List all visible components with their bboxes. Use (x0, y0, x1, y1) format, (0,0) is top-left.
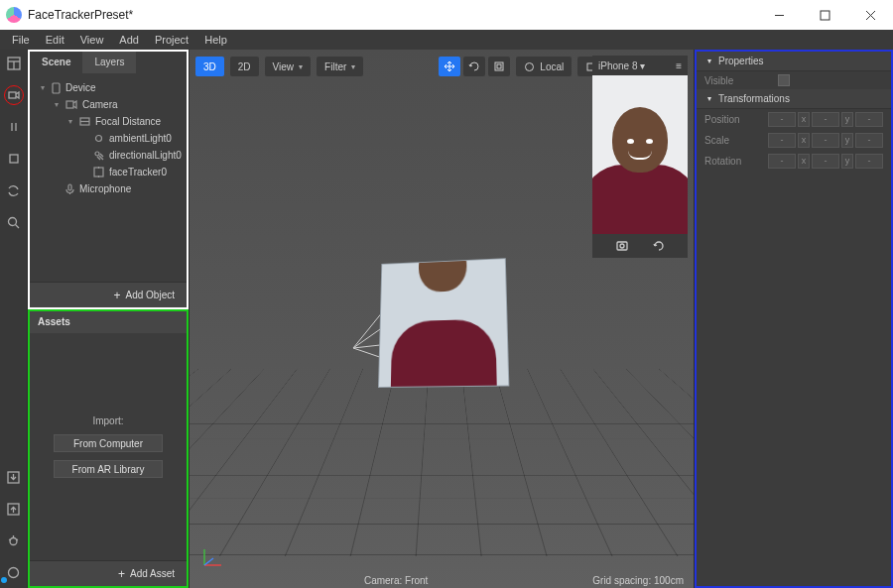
svg-rect-1 (821, 11, 829, 20)
menu-add[interactable]: Add (111, 34, 147, 46)
menu-file[interactable]: File (4, 34, 38, 46)
left-column: Scene Layers ▾Device ▾Camera ▾Focal Dist… (28, 50, 189, 588)
preview-rotate-icon[interactable] (652, 239, 665, 254)
menu-edit[interactable]: Edit (38, 34, 72, 46)
scale-x[interactable]: - (768, 133, 796, 148)
mode-3d-button[interactable]: 3D (195, 57, 224, 76)
menu-help[interactable]: Help (196, 34, 235, 46)
pos-x[interactable]: - (768, 112, 796, 127)
preview-capture-icon[interactable] (615, 239, 629, 253)
pos-z[interactable]: - (855, 112, 883, 127)
face-head (419, 258, 467, 293)
scene-panel: Scene Layers ▾Device ▾Camera ▾Focal Dist… (28, 50, 189, 309)
window-title: FaceTrackerPreset* (28, 8, 133, 22)
minimize-button[interactable] (756, 0, 802, 30)
transformations-header[interactable]: ▾Transformations (697, 89, 891, 109)
space-local-button[interactable]: Local (516, 57, 572, 76)
svg-line-30 (100, 154, 103, 157)
tree-ambient[interactable]: ambientLight0 (30, 130, 187, 147)
pos-y[interactable]: - (812, 112, 839, 127)
search-icon[interactable] (4, 212, 24, 232)
export-icon[interactable] (4, 499, 24, 519)
menu-view[interactable]: View (72, 34, 112, 46)
plus-icon: + (114, 289, 121, 302)
svg-rect-23 (66, 101, 73, 108)
refresh-icon[interactable] (4, 180, 24, 200)
rot-x[interactable]: - (768, 154, 796, 169)
svg-point-37 (526, 62, 534, 70)
icon-rail (0, 50, 28, 588)
svg-rect-35 (495, 62, 503, 70)
titlebar: FaceTrackerPreset* (0, 0, 893, 30)
prop-position: Position -x -y - (697, 109, 891, 130)
prop-rotation: Rotation -x -y - (697, 151, 891, 172)
from-ar-library-button[interactable]: From AR Library (54, 460, 163, 478)
notifications-icon[interactable] (4, 562, 24, 582)
tree-microphone[interactable]: Microphone (30, 180, 187, 197)
rot-y[interactable]: - (812, 154, 839, 169)
svg-rect-34 (68, 184, 71, 190)
device-preview: iPhone 8 ▾ ≡ (592, 56, 688, 258)
filter-dropdown[interactable]: Filter▾ (317, 57, 363, 76)
face-shirt (390, 318, 496, 386)
viewport-footer: Camera: Front Grid spacing: 100cm (190, 575, 694, 586)
properties-panel: ▾Properties Visible ▾Transformations Pos… (695, 50, 893, 588)
plus-icon: + (118, 567, 125, 581)
assets-header: Assets (30, 311, 187, 333)
square-icon[interactable] (4, 149, 24, 169)
video-icon[interactable] (4, 85, 24, 105)
tree-facetracker[interactable]: faceTracker0 (30, 164, 187, 180)
svg-point-17 (10, 537, 17, 544)
menu-project[interactable]: Project (147, 34, 196, 46)
scene-tree: ▾Device ▾Camera ▾Focal Distance ambientL… (30, 73, 187, 197)
mode-2d-button[interactable]: 2D (230, 57, 259, 76)
prop-visible: Visible (697, 71, 891, 89)
svg-rect-36 (497, 64, 501, 68)
prop-scale: Scale -x -y - (697, 130, 891, 151)
rot-z[interactable]: - (855, 154, 883, 169)
svg-rect-22 (53, 83, 60, 93)
tab-layers[interactable]: Layers (82, 52, 136, 73)
import-icon[interactable] (4, 467, 24, 487)
close-button[interactable] (847, 0, 893, 30)
preview-image (592, 75, 688, 234)
grid-spacing-label: Grid spacing: 100cm (592, 575, 684, 586)
maximize-button[interactable] (802, 0, 847, 30)
svg-point-26 (96, 136, 102, 142)
svg-line-20 (16, 539, 18, 540)
bug-icon[interactable] (4, 530, 24, 550)
scale-tool-icon[interactable] (488, 57, 510, 76)
view-dropdown[interactable]: View▾ (265, 57, 312, 76)
move-tool-icon[interactable] (439, 57, 460, 76)
viewport-3d[interactable]: 3D 2D View▾ Filter▾ Local Pivot (189, 50, 695, 588)
main-layout: Scene Layers ▾Device ▾Camera ▾Focal Dist… (0, 50, 893, 588)
face-plane (378, 258, 507, 387)
tree-camera[interactable]: ▾Camera (30, 96, 187, 113)
scale-y[interactable]: - (812, 133, 839, 148)
add-asset-button[interactable]: + Add Asset (30, 560, 187, 586)
scale-z[interactable]: - (855, 133, 883, 148)
add-object-button[interactable]: + Add Object (30, 282, 187, 307)
preview-shirt (592, 165, 688, 234)
svg-point-27 (95, 152, 99, 156)
tree-focal[interactable]: ▾Focal Distance (30, 113, 187, 130)
visible-checkbox[interactable] (778, 74, 790, 86)
tree-device[interactable]: ▾Device (30, 79, 187, 96)
import-label: Import: (92, 415, 123, 426)
tree-directional[interactable]: directionalLight0 (30, 147, 187, 164)
svg-rect-31 (94, 168, 103, 176)
preview-head (612, 107, 668, 173)
tab-scene[interactable]: Scene (30, 52, 82, 73)
from-computer-button[interactable]: From Computer (54, 434, 163, 452)
properties-header[interactable]: ▾Properties (697, 52, 891, 71)
menubar: File Edit View Add Project Help (0, 30, 893, 50)
pause-icon[interactable] (4, 117, 24, 137)
svg-point-11 (9, 217, 17, 225)
svg-point-43 (620, 244, 624, 248)
rotate-tool-icon[interactable] (463, 57, 485, 76)
device-selector[interactable]: iPhone 8 ▾ (598, 60, 645, 71)
svg-line-19 (9, 539, 11, 540)
svg-rect-10 (10, 155, 18, 163)
preview-menu-icon[interactable]: ≡ (676, 60, 682, 71)
layout-icon[interactable] (4, 54, 24, 73)
